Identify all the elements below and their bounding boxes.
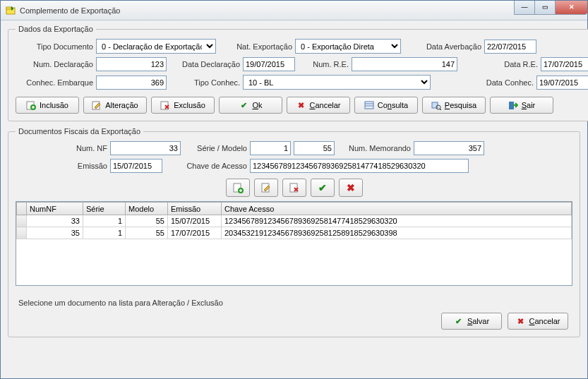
table-row[interactable]: 3515517/07/20152034532191234567893692581… [17, 227, 572, 239]
search-icon [431, 100, 441, 110]
documents-grid[interactable]: NumNF Série Modelo Emissão Chave Acesso … [16, 201, 572, 286]
modelo-input[interactable] [294, 141, 335, 155]
label-chave: Chave de Acesso [165, 162, 247, 170]
docs-legend: Documentos Fiscais da Exportação [16, 127, 143, 136]
num-nf-input[interactable] [110, 141, 181, 155]
exit-icon [508, 100, 518, 110]
titlebar: Complemento de Exportação ― ▭ ✕ [1, 1, 587, 20]
doc-add-button[interactable] [226, 179, 250, 197]
tipo-conhec-select[interactable]: 10 - BL [243, 75, 431, 90]
bottom-buttons: ✔ Salvar ✖ Cancelar [16, 313, 572, 330]
svg-rect-16 [290, 184, 297, 192]
data-re-input[interactable] [541, 57, 588, 71]
label-emissao: Emissão [65, 162, 107, 170]
label-data-averb: Data Averbação [416, 42, 481, 51]
close-window-button[interactable]: ✕ [555, 1, 587, 15]
doc-toolbar: ✔ ✖ [16, 179, 572, 197]
delete-icon [160, 100, 170, 110]
emissao-input[interactable] [110, 159, 162, 173]
svg-rect-1 [6, 7, 11, 9]
num-declaracao-input[interactable] [96, 57, 167, 71]
serie-input[interactable] [250, 141, 291, 155]
table-row[interactable]: 3315515/07/20151234567891234567893692581… [17, 215, 572, 227]
svg-line-11 [440, 109, 441, 110]
col-emissao[interactable]: Emissão [168, 203, 222, 215]
dados-exportacao-group: Dados da Exportação Tipo Documento 0 - D… [8, 25, 588, 121]
col-chave[interactable]: Chave Acesso [222, 203, 572, 215]
minimize-button[interactable]: ― [514, 1, 535, 15]
row-header-col [17, 203, 27, 215]
consulta-button[interactable]: Consulta [354, 97, 418, 114]
data-conhec-input[interactable] [536, 76, 588, 90]
nat-exportacao-select[interactable]: 0 - Exportação Direta [295, 39, 401, 54]
ok-button[interactable]: ✔ Ok [219, 97, 282, 114]
doc-delete-button[interactable] [282, 179, 306, 197]
check-icon: ✔ [239, 100, 248, 110]
label-nat-export: Nat. Exportação [232, 42, 292, 51]
svg-rect-6 [365, 102, 373, 109]
svg-rect-5 [161, 102, 168, 109]
window-controls: ― ▭ ✕ [515, 1, 587, 16]
cancel-icon: ✖ [296, 100, 306, 110]
app-icon [5, 5, 16, 16]
check-icon: ✔ [454, 316, 464, 326]
data-averbacao-input[interactable] [484, 40, 536, 54]
label-serie-modelo: Série / Modelo [184, 144, 247, 152]
svg-rect-9 [432, 102, 438, 108]
num-re-input[interactable] [352, 57, 457, 71]
doc-ok-button[interactable]: ✔ [311, 179, 335, 197]
salvar-button[interactable]: ✔ Salvar [441, 313, 502, 330]
maximize-button[interactable]: ▭ [534, 1, 556, 15]
cancelar-bottom-button[interactable]: ✖ Cancelar [508, 313, 568, 330]
pesquisa-button[interactable]: Pesquisa [422, 97, 486, 114]
label-conhec-emb: Conhec. Embarque [16, 78, 93, 87]
hint-text: Selecione um documento na lista para Alt… [18, 299, 572, 307]
label-num-memo: Num. Memorando [337, 144, 411, 152]
dados-legend: Dados da Exportação [16, 25, 96, 33]
window: Complemento de Exportação ― ▭ ✕ Dados da… [0, 0, 588, 379]
edit-icon [92, 100, 102, 110]
cancel-icon: ✖ [515, 316, 525, 326]
sair-button[interactable]: Sair [490, 97, 553, 114]
label-data-decl: Data Declaração [169, 60, 240, 68]
col-serie[interactable]: Série [83, 203, 126, 215]
svg-rect-12 [509, 102, 514, 109]
col-modelo[interactable]: Modelo [126, 203, 168, 215]
tipo-documento-select[interactable]: 0 - Declaração de Exportação [96, 39, 216, 54]
col-numnf[interactable]: NumNF [27, 203, 83, 215]
label-tipo-doc: Tipo Documento [16, 42, 93, 51]
label-num-decl: Num. Declaração [16, 60, 93, 68]
label-data-re: Data R.E. [473, 60, 538, 68]
doc-edit-button[interactable] [254, 179, 278, 197]
data-declaracao-input[interactable] [243, 57, 295, 71]
label-data-conhec: Data Conhec. [469, 78, 534, 87]
cancelar-button[interactable]: ✖ Cancelar [287, 97, 350, 114]
label-num-nf: Num. NF [65, 144, 107, 152]
documentos-fiscais-group: Documentos Fiscais da Exportação Num. NF… [8, 127, 580, 337]
inclusao-button[interactable]: Inclusão [16, 97, 79, 114]
exclusao-button[interactable]: Exclusão [151, 97, 215, 114]
alteracao-button[interactable]: Alteração [83, 97, 147, 114]
label-tipo-conhec: Tipo Conhec. [169, 78, 240, 87]
conhec-embarque-input[interactable] [96, 76, 167, 90]
chave-acesso-input[interactable] [250, 159, 469, 173]
list-icon [364, 100, 374, 110]
num-memorando-input[interactable] [414, 141, 484, 155]
label-num-re: Num. R.E. [298, 60, 349, 68]
toolbar-row: Inclusão Alteração Exclusão ✔ Ok ✖ Cance… [16, 94, 588, 114]
window-title: Complemento de Exportação [20, 6, 515, 15]
add-icon [26, 100, 36, 110]
doc-cancel-button[interactable]: ✖ [339, 179, 363, 197]
